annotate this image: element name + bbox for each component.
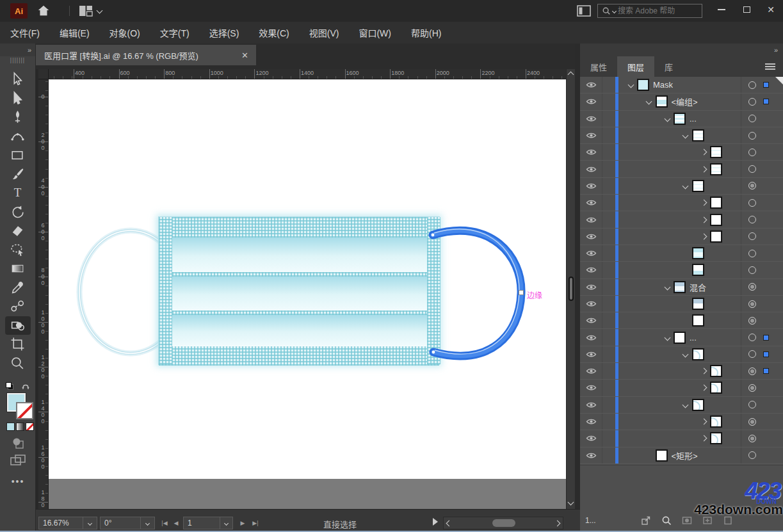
previous-artboard-icon[interactable]: ◀ bbox=[172, 517, 181, 529]
menu-item[interactable]: 选择(S) bbox=[209, 26, 250, 39]
layer-thumbnail[interactable] bbox=[692, 264, 704, 276]
home-icon[interactable] bbox=[35, 3, 52, 19]
expand-chevron-icon[interactable] bbox=[697, 369, 710, 373]
layer-thumbnail[interactable] bbox=[710, 365, 722, 377]
layer-thumbnail[interactable] bbox=[637, 79, 649, 91]
layer-thumbnail[interactable] bbox=[656, 95, 668, 108]
layer-name[interactable]: ... bbox=[690, 333, 697, 343]
arrange-documents-icon[interactable] bbox=[576, 5, 592, 17]
menu-item[interactable]: 窗口(W) bbox=[359, 26, 401, 39]
selection-tool[interactable] bbox=[5, 70, 31, 90]
eyedropper-tool[interactable] bbox=[5, 278, 31, 298]
target-circle-icon[interactable] bbox=[748, 232, 756, 240]
workspace-switcher-icon[interactable] bbox=[78, 5, 93, 17]
layer-row[interactable]: Mask bbox=[580, 77, 783, 93]
type-tool[interactable]: T bbox=[5, 184, 31, 203]
layer-row[interactable] bbox=[580, 296, 783, 312]
layer-thumbnail[interactable] bbox=[692, 348, 704, 360]
layer-thumbnail[interactable] bbox=[674, 332, 686, 344]
scroll-right-icon[interactable] bbox=[554, 520, 561, 527]
anchor-point[interactable] bbox=[519, 290, 524, 295]
lock-column[interactable] bbox=[602, 380, 615, 396]
paintbrush-tool[interactable] bbox=[5, 165, 31, 184]
selection-indicator[interactable] bbox=[763, 368, 769, 374]
layer-row[interactable] bbox=[580, 380, 783, 396]
layer-row[interactable] bbox=[580, 397, 783, 414]
target-circle-icon[interactable] bbox=[748, 418, 756, 426]
visibility-eye-icon[interactable] bbox=[580, 149, 602, 156]
expand-chevron-icon[interactable] bbox=[697, 436, 710, 440]
menu-item[interactable]: 编辑(E) bbox=[60, 26, 100, 39]
lock-column[interactable] bbox=[602, 77, 615, 93]
layer-thumbnail[interactable] bbox=[674, 281, 686, 293]
visibility-eye-icon[interactable] bbox=[580, 317, 602, 324]
layer-thumbnail[interactable] bbox=[692, 298, 704, 310]
layer-row[interactable] bbox=[580, 229, 783, 245]
target-circle-icon[interactable] bbox=[748, 149, 756, 156]
layer-row[interactable]: ... bbox=[580, 329, 783, 346]
close-button[interactable]: ✕ bbox=[759, 0, 783, 19]
visibility-eye-icon[interactable] bbox=[580, 401, 602, 408]
lasso-tool[interactable] bbox=[5, 241, 31, 260]
visibility-eye-icon[interactable] bbox=[580, 367, 602, 375]
target-circle-icon[interactable] bbox=[748, 283, 756, 291]
direct-selection-tool[interactable] bbox=[5, 90, 31, 109]
layer-row[interactable] bbox=[580, 346, 783, 363]
horizontal-ruler[interactable]: 4006008001000120014001600180020002200240… bbox=[49, 69, 566, 79]
vertical-ruler[interactable]: 020040060080010001200140016001800 bbox=[38, 79, 49, 509]
expand-chevron-icon[interactable] bbox=[679, 403, 692, 407]
expand-chevron-icon[interactable] bbox=[697, 419, 710, 424]
visibility-eye-icon[interactable] bbox=[580, 418, 602, 425]
selection-indicator[interactable] bbox=[763, 99, 769, 104]
curvature-tool[interactable] bbox=[5, 127, 31, 147]
blend-tool[interactable] bbox=[5, 297, 31, 316]
visibility-eye-icon[interactable] bbox=[580, 115, 602, 122]
layer-thumbnail[interactable] bbox=[710, 230, 722, 243]
target-circle-icon[interactable] bbox=[748, 334, 756, 341]
stroke-color-swatch[interactable] bbox=[16, 402, 33, 419]
layer-row[interactable] bbox=[580, 127, 783, 144]
target-circle-icon[interactable] bbox=[748, 165, 756, 173]
lock-column[interactable] bbox=[602, 414, 615, 430]
rotation-chevron-down-icon[interactable] bbox=[141, 517, 155, 529]
layer-name[interactable]: Mask bbox=[653, 80, 673, 90]
layer-thumbnail[interactable] bbox=[692, 129, 704, 141]
expand-chevron-icon[interactable] bbox=[697, 385, 710, 390]
layer-row[interactable] bbox=[580, 245, 783, 262]
layer-name[interactable]: ... bbox=[690, 114, 697, 124]
layer-thumbnail[interactable] bbox=[710, 163, 722, 175]
selection-indicator[interactable] bbox=[763, 351, 769, 357]
target-circle-icon[interactable] bbox=[748, 132, 756, 140]
visibility-eye-icon[interactable] bbox=[580, 233, 602, 240]
lock-column[interactable] bbox=[602, 346, 615, 362]
visibility-eye-icon[interactable] bbox=[580, 351, 602, 358]
menu-item[interactable]: 对象(O) bbox=[109, 26, 150, 39]
visibility-eye-icon[interactable] bbox=[580, 216, 602, 223]
lock-column[interactable] bbox=[602, 93, 615, 109]
rotate-tool[interactable] bbox=[5, 203, 31, 222]
layer-row[interactable]: 混合 bbox=[580, 279, 783, 296]
lock-column[interactable] bbox=[602, 211, 615, 227]
target-circle-icon[interactable] bbox=[748, 250, 756, 257]
tools-collapse-icon[interactable]: » bbox=[0, 44, 35, 56]
zoom-level-field[interactable]: 16.67% bbox=[38, 517, 83, 529]
layer-name[interactable]: <矩形> bbox=[672, 449, 698, 462]
panel-menu-icon[interactable] bbox=[765, 62, 775, 71]
layer-row[interactable]: ... bbox=[580, 111, 783, 127]
expand-chevron-icon[interactable] bbox=[697, 234, 710, 239]
layer-thumbnail[interactable] bbox=[710, 146, 722, 158]
rectangle-tool[interactable] bbox=[5, 146, 31, 165]
expand-chevron-icon[interactable] bbox=[661, 335, 674, 340]
lock-column[interactable] bbox=[602, 447, 615, 463]
lock-column[interactable] bbox=[602, 127, 615, 143]
lock-column[interactable] bbox=[602, 296, 615, 312]
target-circle-icon[interactable] bbox=[748, 317, 756, 325]
lock-column[interactable] bbox=[602, 329, 615, 345]
visibility-eye-icon[interactable] bbox=[580, 182, 602, 189]
document-tab[interactable]: 医用口罩 [转换].ai @ 16.67 % (RGB/预览) ✕ bbox=[35, 45, 256, 65]
layer-thumbnail[interactable] bbox=[656, 449, 668, 462]
menu-item[interactable]: 视图(V) bbox=[309, 26, 350, 39]
ruler-corner[interactable] bbox=[38, 69, 49, 79]
target-circle-icon[interactable] bbox=[748, 115, 756, 122]
rotation-field[interactable]: 0° bbox=[100, 517, 141, 529]
